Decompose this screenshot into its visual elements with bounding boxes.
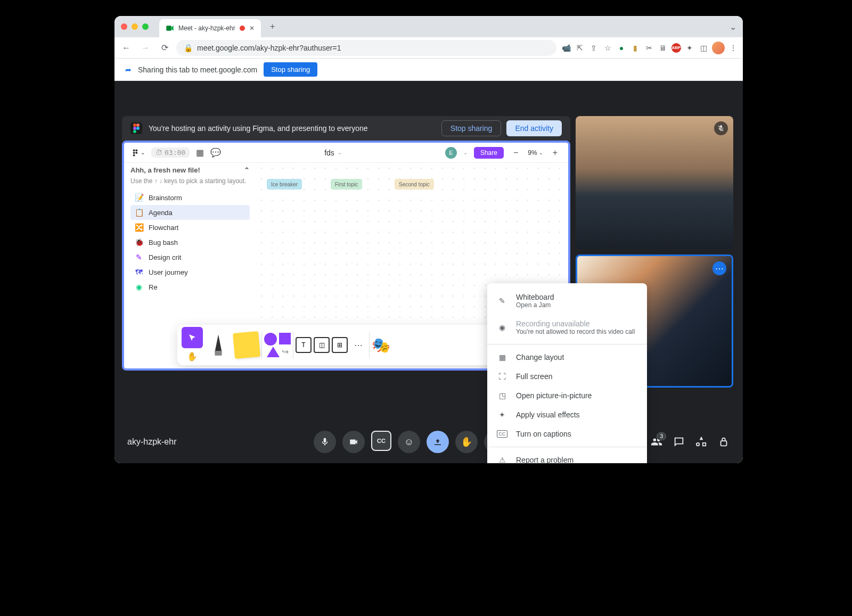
- menu-whiteboard[interactable]: ✎ WhiteboardOpen a Jam: [487, 288, 647, 314]
- topic-icebreaker[interactable]: Ice breaker: [267, 179, 302, 190]
- profile-avatar[interactable]: [712, 42, 725, 54]
- pen-tool[interactable]: [205, 334, 232, 356]
- extension-4-icon[interactable]: 🖥: [658, 43, 668, 53]
- menu-report-problem[interactable]: ⚠Report a problem: [487, 450, 647, 463]
- journey-icon: 🗺: [135, 268, 143, 276]
- camera-button[interactable]: [342, 431, 365, 453]
- menu-visual-effects[interactable]: ✦Apply visual effects: [487, 405, 647, 424]
- zoom-level[interactable]: 9%⌄: [528, 149, 543, 157]
- agenda-icon: 📋: [135, 208, 143, 217]
- cc-icon: CC: [497, 430, 507, 438]
- close-tab-icon[interactable]: ✕: [249, 24, 255, 32]
- svg-rect-12: [215, 351, 222, 356]
- more-options-menu: ✎ WhiteboardOpen a Jam ◉ Recording unava…: [487, 283, 647, 463]
- svg-point-1: [133, 124, 136, 127]
- stop-sharing-button[interactable]: Stop sharing: [264, 62, 317, 77]
- figma-project-name[interactable]: fds⌄: [324, 149, 342, 157]
- layout-agenda[interactable]: 📋Agenda: [130, 205, 250, 220]
- browser-tab[interactable]: Meet - aky-hzpk-ehr ✕: [159, 19, 261, 37]
- camera-icon[interactable]: 📹: [561, 43, 571, 53]
- layout-flowchart[interactable]: 🔀Flowchart: [130, 220, 250, 235]
- reload-button[interactable]: ⟳: [157, 40, 172, 55]
- sidepanel-icon[interactable]: ◫: [698, 43, 709, 53]
- section-tool[interactable]: ◫: [314, 337, 330, 353]
- stop-sharing-activity-button[interactable]: Stop sharing: [441, 120, 502, 136]
- abp-icon[interactable]: ABP: [671, 43, 681, 53]
- timer-avatar-icon: ⏱: [155, 149, 162, 157]
- browser-menu-icon[interactable]: ⋮: [728, 43, 739, 53]
- layout-re[interactable]: ◉Re: [130, 280, 250, 294]
- more-tools-button[interactable]: ⋯: [350, 340, 367, 350]
- collaborator-dropdown-icon[interactable]: ⌄: [463, 150, 468, 155]
- table-tool[interactable]: ⊞: [332, 337, 348, 353]
- url-input[interactable]: 🔒 meet.google.com/aky-hzpk-ehr?authuser=…: [176, 40, 556, 56]
- shapes-tool[interactable]: ↪: [264, 333, 291, 357]
- zoom-in-button[interactable]: +: [550, 148, 561, 158]
- meet-bottom-bar: aky-hzpk-ehr CC ☺ ✋ ⋮ ⓘ 3: [114, 421, 743, 463]
- layout-user-journey[interactable]: 🗺User journey: [130, 265, 250, 280]
- extension-1-icon[interactable]: ●: [616, 43, 627, 53]
- text-tool[interactable]: T: [296, 337, 312, 353]
- layout-bug-bash[interactable]: 🐞Bug bash: [130, 235, 250, 250]
- activities-button[interactable]: [695, 436, 708, 448]
- fullscreen-icon: ⛶: [497, 372, 507, 381]
- share-text: Sharing this tab to meet.google.com: [138, 65, 257, 74]
- maximize-window-button[interactable]: [142, 23, 149, 30]
- forward-button[interactable]: →: [138, 40, 153, 55]
- figma-timer[interactable]: ⏱03:00: [151, 147, 190, 158]
- stamp-tool[interactable]: 🎭: [372, 336, 390, 354]
- layout-icon: ▦: [497, 353, 507, 362]
- participant-tile-1[interactable]: [576, 116, 733, 249]
- menu-change-layout[interactable]: ▦Change layout: [487, 348, 647, 367]
- present-button[interactable]: [427, 431, 449, 453]
- back-button[interactable]: ←: [119, 40, 134, 55]
- menu-pip[interactable]: ◳Open picture-in-picture: [487, 386, 647, 405]
- reactions-button[interactable]: ☺: [398, 431, 420, 453]
- layout-brainstorm[interactable]: 📝Brainstorm: [130, 190, 250, 205]
- figma-layout-icon[interactable]: ▦: [196, 147, 204, 158]
- share-icon[interactable]: ⇪: [588, 43, 599, 53]
- raise-hand-button[interactable]: ✋: [455, 431, 478, 453]
- captions-button[interactable]: CC: [371, 431, 391, 451]
- window-controls: [121, 23, 149, 30]
- record-icon: ◉: [497, 323, 507, 332]
- extension-3-icon[interactable]: ✂: [644, 43, 654, 53]
- new-tab-button[interactable]: +: [265, 19, 280, 34]
- figma-menu-button[interactable]: ⌄: [132, 149, 145, 157]
- figma-share-button[interactable]: Share: [474, 147, 504, 159]
- tab-title: Meet - aky-hzpk-ehr: [178, 24, 235, 32]
- hand-tool[interactable]: ✋: [182, 349, 203, 363]
- extension-2-icon[interactable]: ▮: [630, 43, 641, 53]
- close-window-button[interactable]: [121, 23, 127, 30]
- svg-rect-0: [166, 26, 171, 30]
- tab-dropdown-icon[interactable]: ⌄: [730, 22, 736, 32]
- bookmark-icon[interactable]: ☆: [602, 43, 613, 53]
- sticky-note-tool[interactable]: [233, 331, 260, 359]
- topic-first[interactable]: First topic: [331, 179, 362, 190]
- url-text: meet.google.com/aky-hzpk-ehr?authuser=1: [197, 44, 341, 52]
- recording-indicator-icon: [240, 26, 245, 31]
- chat-button[interactable]: [673, 436, 685, 448]
- figma-collaborator-avatar[interactable]: E: [445, 147, 457, 159]
- meeting-code: aky-hzpk-ehr: [127, 437, 176, 447]
- svg-point-8: [135, 149, 137, 151]
- feedback-icon: ⚠: [497, 456, 507, 463]
- address-bar: ← → ⟳ 🔒 meet.google.com/aky-hzpk-ehr?aut…: [114, 37, 743, 59]
- zoom-out-button[interactable]: −: [510, 148, 521, 158]
- host-controls-button[interactable]: [717, 436, 730, 448]
- tile-more-icon[interactable]: ⋯: [712, 261, 726, 275]
- svg-point-4: [136, 127, 140, 130]
- minimize-window-button[interactable]: [132, 23, 138, 30]
- end-activity-button[interactable]: End activity: [506, 120, 562, 136]
- open-external-icon[interactable]: ⇱: [575, 43, 585, 53]
- extensions-icon[interactable]: ✦: [684, 43, 695, 53]
- select-tool[interactable]: [182, 327, 203, 348]
- menu-captions[interactable]: CCTurn on captions: [487, 424, 647, 443]
- menu-full-screen[interactable]: ⛶Full screen: [487, 367, 647, 386]
- topic-second[interactable]: Second topic: [395, 179, 434, 190]
- collapse-icon[interactable]: ⌃: [244, 166, 250, 174]
- figma-comment-icon[interactable]: 💬: [210, 147, 221, 158]
- people-button[interactable]: 3: [650, 436, 663, 448]
- layout-design-crit[interactable]: ✎Design crit: [130, 250, 250, 265]
- mic-button[interactable]: [314, 431, 336, 453]
